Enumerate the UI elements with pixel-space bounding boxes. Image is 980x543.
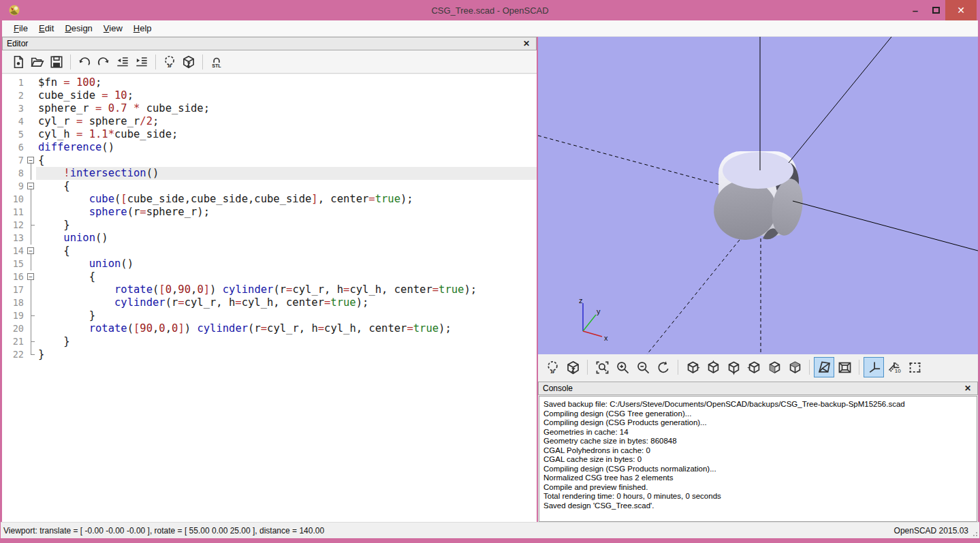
svg-text:10: 10 — [894, 367, 900, 373]
preview-button[interactable]: » — [160, 52, 179, 72]
code-text: difference() — [36, 141, 114, 154]
fold-margin — [27, 258, 36, 270]
y-positive-axis — [789, 37, 891, 163]
view-back-button[interactable] — [785, 357, 805, 377]
perspective-button[interactable] — [814, 357, 834, 377]
fold-margin — [27, 141, 36, 154]
code-line: 3sphere_r = 0.7 * cube_side; — [2, 102, 537, 115]
console-panel-titlebar[interactable]: Console ✕ — [538, 382, 978, 395]
render-button[interactable] — [179, 52, 198, 72]
zoom-all-icon — [595, 360, 610, 375]
minimize-button[interactable]: – — [904, 0, 926, 20]
fold-margin — [27, 206, 36, 219]
unindent-button[interactable] — [113, 52, 132, 72]
line-number: 12 — [2, 219, 27, 232]
toolbar-separator — [678, 360, 678, 375]
fold-collapse-icon[interactable]: − — [27, 247, 34, 254]
editor-close-icon[interactable]: ✕ — [521, 39, 532, 48]
code-text: cyl_h = 1.1*cube_side; — [36, 128, 178, 141]
fold-toggle[interactable]: − — [27, 245, 36, 258]
show-axes-button[interactable] — [864, 357, 884, 377]
line-number: 2 — [2, 89, 27, 102]
fold-toggle[interactable]: − — [27, 270, 36, 283]
csg-object — [711, 151, 806, 243]
console-log[interactable]: Saved backup file: C:/Users/Steve/Docume… — [539, 396, 977, 522]
render-button[interactable] — [563, 357, 583, 377]
code-editor[interactable]: 1$fn = 100;2cube_side = 10;3sphere_r = 0… — [2, 74, 537, 522]
code-line: 21 } — [2, 335, 537, 348]
menu-help[interactable]: Help — [128, 21, 157, 35]
resize-grip[interactable] — [970, 529, 977, 536]
zoom-in-button[interactable] — [612, 357, 633, 377]
fold-margin — [27, 167, 36, 180]
undo-button[interactable] — [75, 52, 94, 72]
fold-margin — [27, 283, 36, 296]
gizmo-x-label: x — [604, 334, 608, 342]
fold-toggle[interactable]: − — [27, 180, 36, 193]
fold-margin — [27, 102, 36, 115]
zoom-all-button[interactable] — [592, 357, 612, 377]
view-bottom-button[interactable] — [723, 357, 744, 377]
viewport-3d[interactable]: z y x — [538, 37, 978, 354]
titlebar[interactable]: CSG_Tree.scad - OpenSCAD – ✕ — [0, 0, 980, 20]
code-line: 13 union() — [2, 232, 537, 245]
close-button[interactable]: ✕ — [945, 0, 977, 20]
code-line: 12 } — [2, 219, 537, 232]
fold-toggle[interactable]: − — [27, 154, 36, 167]
editor-panel-titlebar[interactable]: Editor ✕ — [2, 37, 537, 50]
fold-collapse-icon[interactable]: − — [27, 157, 34, 164]
line-number: 4 — [2, 115, 27, 128]
view-top-button[interactable] — [703, 357, 723, 377]
code-text: rotate([0,90,0]) cylinder(r=cyl_r, h=cyl… — [36, 283, 477, 296]
fold-margin — [27, 296, 36, 309]
menu-file[interactable]: File — [8, 21, 33, 35]
gizmo-z-label: z — [579, 296, 583, 305]
view-right-button[interactable] — [682, 357, 703, 377]
indent-button[interactable] — [132, 52, 151, 72]
code-line: 16− { — [2, 270, 537, 283]
line-number: 11 — [2, 206, 27, 219]
console-close-icon[interactable]: ✕ — [962, 384, 973, 393]
orthogonal-button[interactable] — [834, 357, 855, 377]
zoom-out-button[interactable] — [633, 357, 653, 377]
preview-button[interactable]: » — [542, 357, 563, 377]
maximize-button[interactable] — [926, 0, 945, 20]
save-button[interactable] — [47, 52, 66, 72]
toolbar-separator — [70, 55, 71, 69]
console-line: Compile and preview finished. — [543, 483, 973, 493]
orientation-gizmo: z y x — [579, 296, 608, 342]
x-positive-axis — [793, 201, 978, 251]
code-text: union() — [36, 232, 108, 245]
console-line: Compiling design (CSG Tree generation)..… — [543, 409, 973, 419]
menu-design[interactable]: Design — [59, 21, 97, 35]
fold-collapse-icon[interactable]: − — [27, 273, 34, 280]
new-button[interactable] — [9, 52, 28, 72]
console-line: CGAL Polyhedrons in cache: 0 — [543, 446, 973, 456]
code-line: 20 rotate([90,0,0]) cylinder(r=cyl_r, h=… — [2, 322, 537, 335]
reset-view-icon — [656, 360, 671, 375]
code-text: } — [36, 348, 44, 361]
code-line: 11 sphere(r=sphere_r); — [2, 206, 537, 219]
fold-collapse-icon[interactable]: − — [27, 183, 34, 189]
menu-edit[interactable]: Edit — [33, 21, 59, 35]
show-crosshairs-button[interactable] — [904, 357, 925, 377]
indent-icon — [134, 55, 149, 69]
code-text: sphere(r=sphere_r); — [36, 206, 210, 219]
fold-margin — [27, 309, 36, 322]
code-line: 18 cylinder(r=cyl_r, h=cyl_h, center=tru… — [2, 296, 537, 309]
view-front-button[interactable] — [764, 357, 785, 377]
svg-text:»: » — [168, 61, 172, 69]
view-left-button[interactable] — [744, 357, 764, 377]
code-line: 7−{ — [2, 154, 537, 167]
toolbar-separator — [155, 55, 156, 69]
editor-toolbar: »STL — [2, 50, 537, 74]
reset-view-button[interactable] — [653, 357, 674, 377]
export-stl-button[interactable]: STL — [207, 52, 226, 72]
open-button[interactable] — [28, 52, 47, 72]
redo-button[interactable] — [94, 52, 113, 72]
show-scale-button[interactable]: 10 — [884, 357, 904, 377]
menu-view[interactable]: View — [98, 21, 128, 35]
code-text: { — [36, 245, 70, 258]
gizmo-y-axis — [583, 315, 596, 331]
line-number: 13 — [2, 232, 27, 245]
